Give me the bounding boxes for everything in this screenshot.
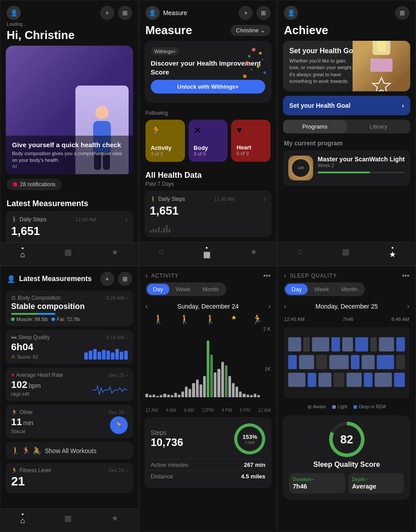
sleep-score-text: Score: 52 [17, 354, 38, 360]
activity-tab-week[interactable]: Week [169, 284, 196, 295]
chart-bar [196, 379, 199, 397]
nav-active-indicator [22, 247, 24, 249]
heart-rate-row: 102 bpm High HR [11, 379, 128, 397]
sleep-title: SLEEP QUALITY [290, 273, 337, 279]
activity-chart: 2 K 1K [145, 326, 271, 406]
hero-text-overlay: Give yourself a quick health check Body … [6, 136, 133, 174]
notifications-button[interactable]: 28 notifications [7, 179, 62, 190]
sleep-tab-day[interactable]: Day [285, 284, 308, 295]
set-goal-button[interactable]: Set your Health Goal › [283, 96, 410, 115]
measure-steps-label: 🚶 Daily Steps [150, 196, 185, 202]
meas-nav-chart[interactable]: ▦ [64, 513, 72, 525]
person-icon: 👤 [7, 275, 16, 283]
svg-rect-23 [351, 355, 359, 369]
activity-follow-card[interactable]: 🏃 Activity 3 of 3 [145, 120, 185, 162]
nav-chart[interactable]: ▦ [64, 247, 72, 259]
nav-star[interactable]: ★ [111, 247, 118, 259]
steps-heading: Steps [151, 429, 183, 436]
measure-steps-row[interactable]: 🚶 Daily Steps 11:40 AM › 1,651 [145, 191, 272, 237]
panel-sleep: ‹ SLEEP QUALITY ••• Day Week Month ‹ Mon… [277, 266, 416, 532]
steps-icon: 🚶 [11, 216, 18, 223]
measurements-header: 👤 Latest Measurements + ⊞ [0, 266, 138, 290]
svg-rect-25 [377, 355, 394, 369]
chart-bar [254, 394, 256, 397]
measure-nav-chart[interactable]: ▦ [203, 247, 211, 259]
user-selector[interactable]: Christine ⌄ [231, 25, 271, 36]
fitness-card[interactable]: 🏃 Fitness Level Dec 23 › 21 [6, 463, 133, 493]
watch-image: 120 [288, 156, 313, 180]
activity-prev-btn[interactable]: ‹ [145, 302, 148, 310]
meas-nav-star[interactable]: ★ [111, 513, 118, 525]
nav-home[interactable]: ⌂ [20, 247, 25, 259]
chart-bar [181, 391, 184, 397]
svg-rect-28 [308, 373, 316, 387]
svg-point-7 [263, 71, 266, 74]
my-program-label: My current program [278, 138, 416, 150]
sleep-next-btn[interactable]: › [407, 302, 409, 310]
duration-stat[interactable]: Duration › 7h46 [289, 473, 345, 493]
sleep-prev-btn[interactable]: ‹ [284, 302, 286, 310]
other-card[interactable]: 🏃 Other Dec 25 › 11 min 55kcal 🏃 [6, 405, 133, 438]
meas-nav-home[interactable]: ⌂ [20, 513, 25, 525]
achieve-nav-home[interactable]: ⌂ [298, 247, 302, 259]
activity-next-btn[interactable]: › [268, 302, 271, 310]
tab-library[interactable]: Library [347, 120, 410, 133]
activity-tab-month[interactable]: Month [196, 284, 225, 295]
achieve-camera-btn[interactable]: ⊞ [395, 6, 409, 20]
activity-tab-day[interactable]: Day [147, 284, 169, 295]
sleep-quality-card[interactable]: 🛏 Sleep Quality 5:19 AM › 6h04 ⚠ Score: … [6, 330, 133, 364]
activity-more-btn[interactable]: ••• [263, 272, 271, 280]
avatar[interactable]: 👤 [7, 6, 21, 20]
achieve-nav-star[interactable]: ★ [389, 247, 396, 259]
show-all-workouts[interactable]: 🚶 🏃 🚴 Show All Workouts [6, 442, 133, 459]
depth-value: Average [352, 483, 400, 490]
measure-scan-btn[interactable]: ⊞ [256, 6, 271, 20]
measure-plus-btn[interactable]: + [239, 6, 253, 20]
steps-summary[interactable]: Steps 10,736 153% 7,000 Active minutes 2… [145, 417, 272, 488]
fitness-time: Dec 23 › [109, 468, 128, 473]
body-follow-card[interactable]: ✕ Body 3 of 5 [188, 120, 228, 162]
other-top: 🏃 Other Dec 25 › [11, 409, 128, 415]
sleep-tab-month[interactable]: Month [335, 284, 363, 295]
loading-text: Loading... [0, 22, 138, 28]
activity-back-btn[interactable]: ‹ [145, 272, 148, 280]
svg-rect-21 [316, 355, 327, 369]
measure-nav-home[interactable]: ⌂ [159, 247, 164, 259]
unlock-button[interactable]: Unlock with Withings+ [151, 80, 266, 94]
add-measurement-btn[interactable]: + [100, 272, 114, 286]
sleep-back-btn[interactable]: ‹ [284, 272, 286, 280]
goal-illustration [353, 41, 410, 91]
person-head [95, 106, 109, 119]
depth-stat[interactable]: Depth › Average [349, 473, 404, 493]
body-comp-chevron: › [126, 295, 128, 301]
sleep-block [89, 351, 92, 360]
body-card-icon: ✕ [194, 125, 223, 136]
scan-btn[interactable]: ⊞ [118, 272, 132, 286]
program-card[interactable]: 120 Master your ScanWatch Light Week 2 [283, 150, 410, 186]
withings-card[interactable]: Withings+ Discover your Health Improveme… [145, 41, 272, 103]
heart-rate-card[interactable]: ♥ Average Heart Rate Dec 25 › 102 bpm Hi… [6, 368, 133, 401]
body-comp-row: Stable composition Muscle: 99.5lb Fat: 7… [11, 302, 128, 322]
measure-avatar[interactable]: 👤 [145, 6, 160, 20]
achieve-avatar[interactable]: 👤 [284, 6, 298, 20]
x-label: 8 PM [240, 408, 250, 413]
stack-icon [370, 59, 392, 72]
set-goal-chevron-icon: › [402, 102, 404, 109]
heart-follow-card[interactable]: ♥ Heart 6 of 9 [231, 120, 271, 162]
goal-card[interactable]: Set your Health Goal Whether you'd like … [283, 41, 410, 91]
hero-card[interactable]: Give yourself a quick health check Body … [6, 46, 133, 174]
distance-value: 4.5 miles [241, 473, 265, 480]
distance-label: Distance [151, 473, 173, 480]
achieve-title: Achieve [278, 22, 416, 41]
workout-icon-3: 🚴 [32, 446, 41, 455]
measure-nav-star[interactable]: ★ [250, 247, 257, 259]
sleep-tab-week[interactable]: Week [308, 284, 335, 295]
plus-button[interactable]: + [100, 6, 114, 20]
sleep-more-btn[interactable]: ••• [402, 272, 409, 280]
body-composition-card[interactable]: ⚖ Body Composition 5:29 AM › Stable comp… [6, 290, 133, 326]
steps-label-text: Daily Steps [20, 216, 47, 223]
tab-programs[interactable]: Programs [283, 120, 346, 133]
scan-button[interactable]: ⊞ [118, 6, 132, 20]
achieve-nav-chart[interactable]: ▦ [342, 247, 349, 259]
sleep-chart [284, 327, 409, 398]
